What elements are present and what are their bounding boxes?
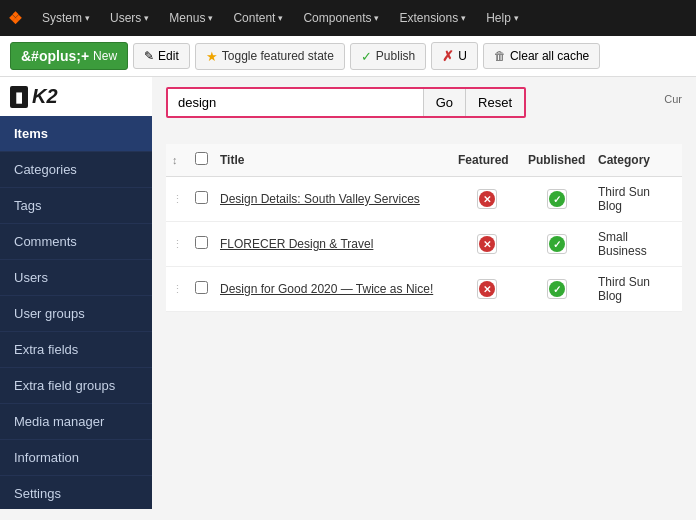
- sidebar-item-categories[interactable]: Categories: [0, 152, 152, 188]
- x-circle-icon: ✕: [479, 281, 495, 297]
- row-checkbox-cell: [189, 222, 214, 267]
- featured-toggle[interactable]: ✕: [477, 279, 497, 299]
- col-header-category: Category: [592, 144, 682, 177]
- drag-handle-icon[interactable]: ⋮: [172, 283, 183, 295]
- col-header-featured: Featured: [452, 144, 522, 177]
- sort-icon: ↕: [172, 154, 178, 166]
- item-title-link[interactable]: Design for Good 2020 — Twice as Nice!: [220, 282, 433, 296]
- published-toggle[interactable]: ✓: [547, 279, 567, 299]
- chevron-down-icon: ▾: [278, 13, 283, 23]
- drag-handle-cell: ⋮: [166, 222, 189, 267]
- k2-logo: ▮ K2: [0, 77, 152, 116]
- row-checkbox[interactable]: [195, 281, 208, 294]
- cur-label: Cur: [664, 87, 682, 105]
- delete-button[interactable]: ✗ U: [431, 42, 478, 70]
- featured-toggle[interactable]: ✕: [477, 189, 497, 209]
- published-toggle[interactable]: ✓: [547, 234, 567, 254]
- sidebar-item-settings[interactable]: Settings: [0, 476, 152, 509]
- new-button[interactable]: &#oplus;+ New: [10, 42, 128, 70]
- edit-icon: ✎: [144, 49, 154, 63]
- drag-handle-cell: ⋮: [166, 177, 189, 222]
- row-published-cell: ✓: [522, 267, 592, 312]
- row-checkbox-cell: [189, 177, 214, 222]
- col-header-check: [189, 144, 214, 177]
- nav-extensions[interactable]: Extensions ▾: [391, 7, 474, 29]
- featured-button[interactable]: ★ Toggle featured state: [195, 43, 345, 70]
- row-category-cell: Third Sun Blog: [592, 177, 682, 222]
- check-circle-icon: ✓: [549, 191, 565, 207]
- x-circle-icon: ✕: [479, 236, 495, 252]
- chevron-down-icon: ▾: [461, 13, 466, 23]
- col-header-drag: ↕: [166, 144, 189, 177]
- table-row: ⋮ Design Details: South Valley Services …: [166, 177, 682, 222]
- nav-components[interactable]: Components ▾: [295, 7, 387, 29]
- publish-button[interactable]: ✓ Publish: [350, 43, 426, 70]
- k2-text: K2: [32, 85, 58, 108]
- sidebar-item-tags[interactable]: Tags: [0, 188, 152, 224]
- row-checkbox[interactable]: [195, 191, 208, 204]
- sidebar: ▮ K2 Items Categories Tags Comments User…: [0, 77, 152, 509]
- plus-icon: &#oplus;+: [21, 48, 89, 64]
- row-checkbox-cell: [189, 267, 214, 312]
- sidebar-item-user-groups[interactable]: User groups: [0, 296, 152, 332]
- chevron-down-icon: ▾: [208, 13, 213, 23]
- row-published-cell: ✓: [522, 222, 592, 267]
- drag-handle-cell: ⋮: [166, 267, 189, 312]
- search-go-button[interactable]: Go: [423, 89, 465, 116]
- chevron-down-icon: ▾: [144, 13, 149, 23]
- search-bar: Go Reset: [166, 87, 526, 118]
- content-area: Go Reset Cur ↕: [152, 77, 696, 509]
- nav-system[interactable]: System ▾: [34, 7, 98, 29]
- toolbar: &#oplus;+ New ✎ Edit ★ Toggle featured s…: [0, 36, 696, 77]
- chevron-down-icon: ▾: [85, 13, 90, 23]
- sidebar-item-comments[interactable]: Comments: [0, 224, 152, 260]
- star-icon: ★: [206, 49, 218, 64]
- chevron-down-icon: ▾: [374, 13, 379, 23]
- search-input[interactable]: [168, 89, 423, 116]
- select-all-checkbox[interactable]: [195, 152, 208, 165]
- sidebar-item-media-manager[interactable]: Media manager: [0, 404, 152, 440]
- table-row: ⋮ FLORECER Design & Travel ✕: [166, 222, 682, 267]
- main-layout: ▮ K2 Items Categories Tags Comments User…: [0, 77, 696, 509]
- row-featured-cell: ✕: [452, 222, 522, 267]
- row-category-cell: Small Business: [592, 222, 682, 267]
- nav-content[interactable]: Content ▾: [225, 7, 291, 29]
- published-toggle[interactable]: ✓: [547, 189, 567, 209]
- x-icon: ✗: [442, 48, 454, 64]
- sidebar-item-users[interactable]: Users: [0, 260, 152, 296]
- joomla-logo: ❖: [8, 9, 22, 28]
- check-icon: ✓: [361, 49, 372, 64]
- col-header-published: Published: [522, 144, 592, 177]
- sidebar-item-extra-field-groups[interactable]: Extra field groups: [0, 368, 152, 404]
- items-table: ↕ Title Featured Published Ca: [166, 144, 682, 312]
- row-category-cell: Third Sun Blog: [592, 267, 682, 312]
- nav-help[interactable]: Help ▾: [478, 7, 527, 29]
- row-title-cell: Design for Good 2020 — Twice as Nice!: [214, 267, 452, 312]
- clear-cache-button[interactable]: 🗑 Clear all cache: [483, 43, 600, 69]
- row-featured-cell: ✕: [452, 177, 522, 222]
- edit-button[interactable]: ✎ Edit: [133, 43, 190, 69]
- featured-toggle[interactable]: ✕: [477, 234, 497, 254]
- trash-icon: 🗑: [494, 49, 506, 63]
- row-published-cell: ✓: [522, 177, 592, 222]
- x-circle-icon: ✕: [479, 191, 495, 207]
- nav-menus[interactable]: Menus ▾: [161, 7, 221, 29]
- drag-handle-icon[interactable]: ⋮: [172, 193, 183, 205]
- row-checkbox[interactable]: [195, 236, 208, 249]
- sidebar-item-extra-fields[interactable]: Extra fields: [0, 332, 152, 368]
- chevron-down-icon: ▾: [514, 13, 519, 23]
- row-featured-cell: ✕: [452, 267, 522, 312]
- item-title-link[interactable]: FLORECER Design & Travel: [220, 237, 373, 251]
- sidebar-item-items[interactable]: Items: [0, 116, 152, 152]
- check-circle-icon: ✓: [549, 281, 565, 297]
- drag-handle-icon[interactable]: ⋮: [172, 238, 183, 250]
- search-reset-button[interactable]: Reset: [465, 89, 524, 116]
- nav-users[interactable]: Users ▾: [102, 7, 157, 29]
- sidebar-item-information[interactable]: Information: [0, 440, 152, 476]
- k2-icon: ▮: [10, 86, 28, 108]
- table-row: ⋮ Design for Good 2020 — Twice as Nice! …: [166, 267, 682, 312]
- item-title-link[interactable]: Design Details: South Valley Services: [220, 192, 420, 206]
- col-header-title: Title: [214, 144, 452, 177]
- top-navigation: ❖ System ▾ Users ▾ Menus ▾ Content ▾ Com…: [0, 0, 696, 36]
- row-title-cell: Design Details: South Valley Services: [214, 177, 452, 222]
